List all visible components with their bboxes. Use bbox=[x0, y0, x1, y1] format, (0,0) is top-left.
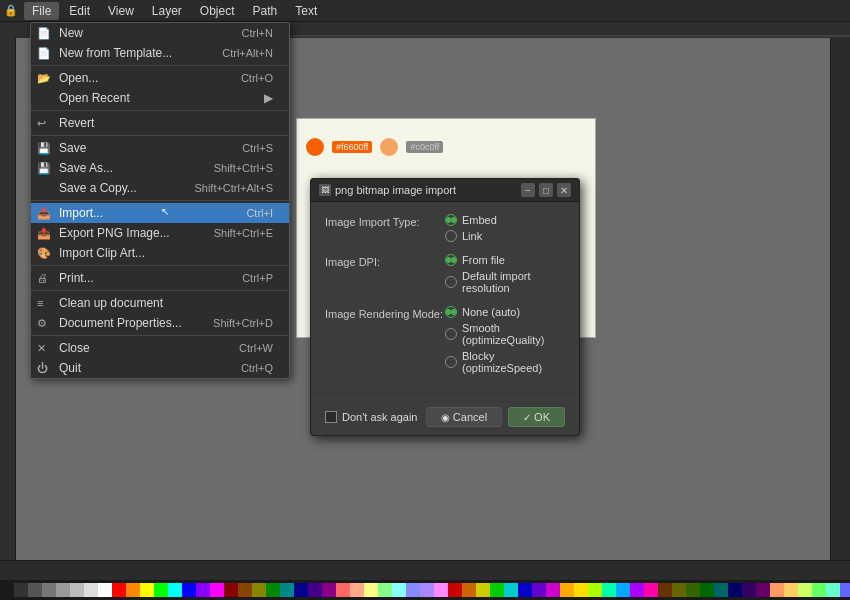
palette-color-swatch[interactable] bbox=[546, 583, 560, 597]
palette-color-swatch[interactable] bbox=[504, 583, 518, 597]
palette-color-swatch[interactable] bbox=[560, 583, 574, 597]
menu-entry-export-png[interactable]: 📤 Export PNG Image... Shift+Ctrl+E bbox=[31, 223, 289, 243]
palette-color-swatch[interactable] bbox=[266, 583, 280, 597]
palette-color-swatch[interactable] bbox=[602, 583, 616, 597]
menu-entry-print[interactable]: 🖨 Print... Ctrl+P bbox=[31, 268, 289, 288]
render-smooth-radio[interactable] bbox=[445, 328, 457, 340]
palette-color-swatch[interactable] bbox=[238, 583, 252, 597]
dialog-close-button[interactable]: ✕ bbox=[557, 183, 571, 197]
menu-entry-cleanup[interactable]: ≡ Clean up document bbox=[31, 293, 289, 313]
palette-color-swatch[interactable] bbox=[168, 583, 182, 597]
menu-entry-new-template[interactable]: 📄 New from Template... Ctrl+Alt+N bbox=[31, 43, 289, 63]
dialog-maximize-button[interactable]: □ bbox=[539, 183, 553, 197]
palette-color-swatch[interactable] bbox=[350, 583, 364, 597]
menu-entry-save-as[interactable]: 💾 Save As... Shift+Ctrl+S bbox=[31, 158, 289, 178]
palette-color-swatch[interactable] bbox=[644, 583, 658, 597]
palette-color-swatch[interactable] bbox=[490, 583, 504, 597]
palette-color-swatch[interactable] bbox=[756, 583, 770, 597]
palette-color-swatch[interactable] bbox=[742, 583, 756, 597]
palette-color-swatch[interactable] bbox=[532, 583, 546, 597]
dont-ask-checkbox[interactable] bbox=[325, 411, 337, 423]
menu-entry-quit[interactable]: ⏻ Quit Ctrl+Q bbox=[31, 358, 289, 378]
menu-layer[interactable]: Layer bbox=[144, 2, 190, 20]
menu-entry-doc-props[interactable]: ⚙ Document Properties... Shift+Ctrl+D bbox=[31, 313, 289, 333]
palette-color-swatch[interactable] bbox=[364, 583, 378, 597]
menu-file[interactable]: File bbox=[24, 2, 59, 20]
palette-color-swatch[interactable] bbox=[140, 583, 154, 597]
menu-entry-save[interactable]: 💾 Save Ctrl+S bbox=[31, 138, 289, 158]
menu-entry-save-copy[interactable]: Save a Copy... Shift+Ctrl+Alt+S bbox=[31, 178, 289, 198]
menu-object[interactable]: Object bbox=[192, 2, 243, 20]
dont-ask-row[interactable]: Don't ask again bbox=[325, 411, 422, 423]
palette-color-swatch[interactable] bbox=[56, 583, 70, 597]
palette-color-swatch[interactable] bbox=[196, 583, 210, 597]
palette-color-swatch[interactable] bbox=[392, 583, 406, 597]
palette-color-swatch[interactable] bbox=[448, 583, 462, 597]
palette-color-swatch[interactable] bbox=[84, 583, 98, 597]
palette-color-swatch[interactable] bbox=[518, 583, 532, 597]
palette-color-swatch[interactable] bbox=[42, 583, 56, 597]
render-blocky-radio[interactable] bbox=[445, 356, 457, 368]
menu-entry-open[interactable]: 📂 Open... Ctrl+O bbox=[31, 68, 289, 88]
menu-text[interactable]: Text bbox=[287, 2, 325, 20]
palette-color-swatch[interactable] bbox=[14, 583, 28, 597]
palette-color-swatch[interactable] bbox=[28, 583, 42, 597]
ok-button[interactable]: ✓ OK bbox=[508, 407, 565, 427]
palette-color-swatch[interactable] bbox=[224, 583, 238, 597]
palette-color-swatch[interactable] bbox=[658, 583, 672, 597]
palette-color-swatch[interactable] bbox=[98, 583, 112, 597]
palette-color-swatch[interactable] bbox=[616, 583, 630, 597]
palette-color-swatch[interactable] bbox=[462, 583, 476, 597]
palette-color-swatch[interactable] bbox=[322, 583, 336, 597]
palette-color-swatch[interactable] bbox=[336, 583, 350, 597]
dialog-minimize-button[interactable]: − bbox=[521, 183, 535, 197]
palette-color-swatch[interactable] bbox=[210, 583, 224, 597]
palette-color-swatch[interactable] bbox=[700, 583, 714, 597]
palette-color-swatch[interactable] bbox=[728, 583, 742, 597]
palette-color-swatch[interactable] bbox=[182, 583, 196, 597]
palette-color-swatch[interactable] bbox=[434, 583, 448, 597]
palette-color-swatch[interactable] bbox=[126, 583, 140, 597]
palette-color-swatch[interactable] bbox=[420, 583, 434, 597]
palette-color-swatch[interactable] bbox=[294, 583, 308, 597]
menu-entry-import-clip[interactable]: 🎨 Import Clip Art... bbox=[31, 243, 289, 263]
menu-edit[interactable]: Edit bbox=[61, 2, 98, 20]
palette-color-swatch[interactable] bbox=[714, 583, 728, 597]
palette-color-swatch[interactable] bbox=[672, 583, 686, 597]
palette-color-swatch[interactable] bbox=[770, 583, 784, 597]
palette-color-swatch[interactable] bbox=[686, 583, 700, 597]
palette-color-swatch[interactable] bbox=[476, 583, 490, 597]
dpi-from-file-row[interactable]: From file bbox=[445, 254, 565, 266]
menu-entry-close[interactable]: ✕ Close Ctrl+W bbox=[31, 338, 289, 358]
palette-color-swatch[interactable] bbox=[826, 583, 840, 597]
palette-color-swatch[interactable] bbox=[70, 583, 84, 597]
dpi-default-radio[interactable] bbox=[445, 276, 457, 288]
dpi-from-file-radio[interactable] bbox=[445, 254, 457, 266]
render-none-row[interactable]: None (auto) bbox=[445, 306, 565, 318]
palette-color-swatch[interactable] bbox=[574, 583, 588, 597]
menu-view[interactable]: View bbox=[100, 2, 142, 20]
palette-color-swatch[interactable] bbox=[840, 583, 850, 597]
palette-color-swatch[interactable] bbox=[252, 583, 266, 597]
palette-color-swatch[interactable] bbox=[798, 583, 812, 597]
menu-entry-import[interactable]: 📥 Import... Ctrl+I ↖ bbox=[31, 203, 289, 223]
dpi-default-row[interactable]: Default import resolution bbox=[445, 270, 565, 294]
palette-color-swatch[interactable] bbox=[812, 583, 826, 597]
import-type-embed-row[interactable]: Embed bbox=[445, 214, 497, 226]
render-smooth-row[interactable]: Smooth (optimizeQuality) bbox=[445, 322, 565, 346]
import-type-embed-radio[interactable] bbox=[445, 214, 457, 226]
menu-entry-new[interactable]: 📄 New Ctrl+N bbox=[31, 23, 289, 43]
palette-color-swatch[interactable] bbox=[112, 583, 126, 597]
color-palette[interactable] bbox=[0, 580, 850, 600]
palette-color-swatch[interactable] bbox=[588, 583, 602, 597]
palette-color-swatch[interactable] bbox=[784, 583, 798, 597]
menu-entry-revert[interactable]: ↩ Revert bbox=[31, 113, 289, 133]
palette-color-swatch[interactable] bbox=[0, 583, 14, 597]
palette-color-swatch[interactable] bbox=[378, 583, 392, 597]
import-type-link-radio[interactable] bbox=[445, 230, 457, 242]
palette-color-swatch[interactable] bbox=[280, 583, 294, 597]
render-blocky-row[interactable]: Blocky (optimizeSpeed) bbox=[445, 350, 565, 374]
menu-path[interactable]: Path bbox=[245, 2, 286, 20]
palette-color-swatch[interactable] bbox=[406, 583, 420, 597]
cancel-button[interactable]: ◉ Cancel bbox=[426, 407, 502, 427]
